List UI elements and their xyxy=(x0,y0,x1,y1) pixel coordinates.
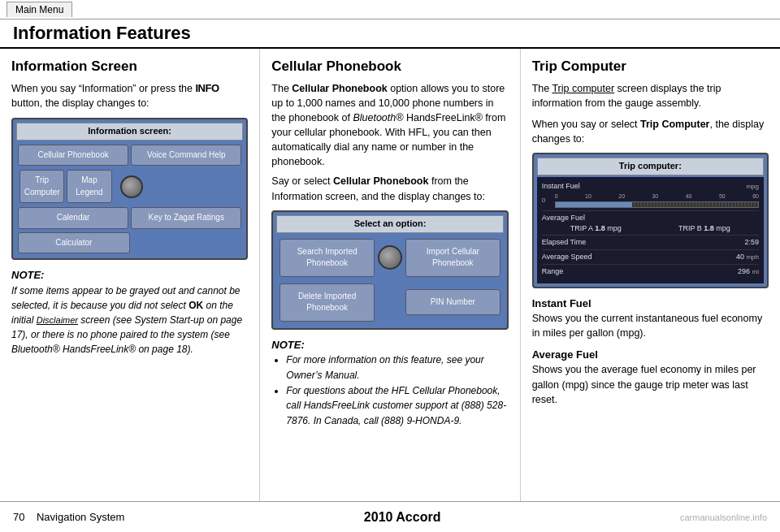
col-trip-computer: Trip Computer The Trip computer screen d… xyxy=(521,49,780,520)
header-bar: Main Menu xyxy=(0,0,780,19)
cellular-p1: The Cellular Phonebook option allows you… xyxy=(271,81,508,170)
info-btn-voice[interactable]: Voice Command Help xyxy=(131,145,241,167)
range-row: Range 296 mi xyxy=(542,264,759,279)
cellular-p2: Say or select Cellular Phonebook from th… xyxy=(271,174,508,203)
page-number: 70 xyxy=(13,511,24,523)
info-screen-grid: Cellular Phonebook Voice Command Help xyxy=(16,143,243,168)
info-screen-center-row: Trip Computer Map Legend xyxy=(16,167,243,205)
footer-page: 70 Navigation System xyxy=(13,511,124,523)
col-information-screen: Information Screen When you say “Informa… xyxy=(0,49,260,520)
select-nav-knob[interactable] xyxy=(378,245,402,270)
info-screen-bottom-grid: Calendar Key to Zagat Ratings xyxy=(16,205,243,231)
select-screen-label: Select an option: xyxy=(276,215,503,233)
avg-speed-row: Average Speed 40 mph xyxy=(542,249,759,264)
col-cellular-phonebook: Cellular Phonebook The Cellular Phoneboo… xyxy=(260,49,520,520)
trip-p2: When you say or select Trip Computer, th… xyxy=(532,117,769,146)
nav-system-label: Navigation System xyxy=(37,511,124,523)
avg-fuel-section: Average Fuel TRIP A 1.8 mpg TRIP B 1.8 m… xyxy=(542,210,759,235)
select-screen-grid: Search Imported Phonebook Import Cellula… xyxy=(276,236,503,280)
select-btn-import[interactable]: Import Cellular Phonebook xyxy=(405,239,500,277)
select-screen-mockup: Select an option: Search Imported Phoneb… xyxy=(271,210,508,330)
main-menu-label: Main Menu xyxy=(15,4,63,15)
cellular-bullet-1: For more information on this feature, se… xyxy=(286,353,508,383)
mpg-label: mpg xyxy=(746,182,759,192)
instant-fuel-label: Instant Fuel xyxy=(542,181,580,192)
info-screen-title: Information Screen xyxy=(11,57,248,77)
footer-center: 2010 Accord xyxy=(364,510,441,525)
main-menu-tab[interactable]: Main Menu xyxy=(6,2,72,17)
info-btn-map[interactable]: Map Legend xyxy=(67,170,111,203)
cellular-note-title: NOTE: xyxy=(271,338,508,353)
select-btn-search[interactable]: Search Imported Phonebook xyxy=(280,239,375,277)
footer: 70 Navigation System 2010 Accord carmanu… xyxy=(0,501,780,532)
trip-screen-mockup: Trip computer: Instant Fuel mpg 0 010203… xyxy=(532,153,769,288)
info-screen-mockup: Information screen: Cellular Phonebook V… xyxy=(11,118,248,260)
avg-fuel-desc: Shows you the average fuel economy in mi… xyxy=(532,362,769,406)
info-btn-cellular[interactable]: Cellular Phonebook xyxy=(18,145,128,167)
avg-fuel-label: Average Fuel xyxy=(542,213,585,223)
avg-fuel-desc-section: Average Fuel Shows you the average fuel … xyxy=(532,348,769,407)
info-note-section: NOTE: If some items appear to be grayed … xyxy=(11,268,248,357)
select-btn-delete[interactable]: Delete Imported Phonebook xyxy=(280,283,375,322)
info-screen-intro: When you say “Information” or press the … xyxy=(11,81,248,111)
select-btn-pin[interactable]: PIN Number xyxy=(405,289,500,316)
cellular-title: Cellular Phonebook xyxy=(271,57,508,77)
content-area: Information Screen When you say “Informa… xyxy=(0,49,780,520)
trip-title: Trip Computer xyxy=(532,57,769,77)
info-btn-calendar[interactable]: Calendar xyxy=(18,207,128,229)
footer-watermark: carmanualsonline.info xyxy=(680,513,767,522)
info-screen-label: Information screen: xyxy=(16,123,243,141)
elapsed-time-row: Elapsed Time 2:59 xyxy=(542,235,759,249)
instant-fuel-head: Instant Fuel xyxy=(532,296,769,312)
trip-screen-inner: Instant Fuel mpg 0 0102030405060 xyxy=(537,177,764,283)
avg-fuel-head: Average Fuel xyxy=(532,348,769,363)
info-btn-calculator[interactable]: Calculator xyxy=(18,232,130,254)
cellular-bullet-2: For questions about the HFL Cellular Pho… xyxy=(286,383,508,429)
instant-fuel-desc-section: Instant Fuel Shows you the current insta… xyxy=(532,296,769,341)
cellular-note-section: NOTE: For more information on this featu… xyxy=(271,338,508,429)
select-screen-grid2: Delete Imported Phonebook PIN Number xyxy=(276,280,503,325)
info-btn-trip[interactable]: Trip Computer xyxy=(20,170,64,203)
cellular-note-list: For more information on this feature, se… xyxy=(286,353,508,428)
info-btn-zagat[interactable]: Key to Zagat Ratings xyxy=(131,207,241,229)
trip-p1: The Trip computer screen displays the tr… xyxy=(532,81,769,110)
trip-screen-label: Trip computer: xyxy=(537,158,764,175)
info-note-text: If some items appear to be grayed out an… xyxy=(11,283,248,357)
nav-knob[interactable] xyxy=(120,175,143,198)
instant-fuel-desc: Shows you the current instantaneous fuel… xyxy=(532,311,769,340)
info-note-title: NOTE: xyxy=(11,268,248,283)
page-title: Information Features xyxy=(0,19,780,49)
